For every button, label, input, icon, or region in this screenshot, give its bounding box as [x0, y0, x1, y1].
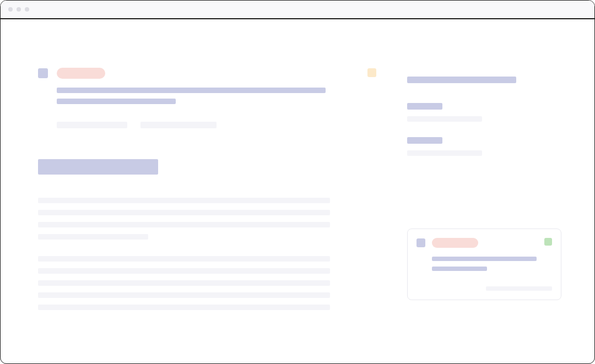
- body-line: [38, 234, 148, 240]
- sidebar-section-2: [407, 137, 561, 156]
- body-line: [38, 210, 330, 215]
- body-line: [38, 305, 330, 310]
- section-heading: [38, 159, 158, 175]
- body-paragraph-1: [38, 198, 376, 240]
- body-paragraph-2: [38, 256, 376, 310]
- meta-row: [57, 122, 376, 128]
- page-header: [38, 68, 376, 104]
- browser-chrome: [1, 1, 594, 19]
- card-meta: [486, 286, 552, 291]
- body-line: [38, 222, 330, 227]
- card-content: [432, 238, 552, 271]
- card-status-icon: [416, 238, 425, 247]
- meta-item-1: [57, 122, 127, 128]
- minimize-button[interactable]: [17, 7, 21, 12]
- sidebar-label: [407, 103, 442, 110]
- main-column: [38, 68, 376, 317]
- sidebar-section-1: [407, 103, 561, 122]
- card-footer: [416, 286, 552, 291]
- card-title-line-2: [432, 267, 487, 271]
- body-line: [38, 292, 330, 298]
- body-line: [38, 280, 330, 286]
- browser-window: [0, 0, 595, 364]
- close-button[interactable]: [8, 7, 13, 12]
- status-icon: [38, 68, 48, 78]
- header-content: [57, 68, 359, 104]
- check-icon: [544, 238, 552, 246]
- sidebar-value: [407, 150, 482, 156]
- title-line-1: [57, 88, 326, 93]
- body-line: [38, 256, 330, 262]
- maximize-button[interactable]: [25, 7, 29, 12]
- related-card[interactable]: [407, 229, 561, 300]
- sidebar-title: [407, 77, 516, 83]
- category-tag[interactable]: [57, 68, 105, 79]
- title-line-2: [57, 99, 176, 104]
- body-line: [38, 198, 330, 203]
- body-line: [38, 268, 330, 274]
- card-header: [416, 238, 552, 271]
- card-title-line-1: [432, 257, 537, 261]
- meta-item-2: [140, 122, 217, 128]
- sidebar-label: [407, 137, 442, 144]
- card-category-tag[interactable]: [432, 238, 478, 248]
- sidebar-value: [407, 116, 482, 122]
- star-icon[interactable]: [367, 68, 376, 77]
